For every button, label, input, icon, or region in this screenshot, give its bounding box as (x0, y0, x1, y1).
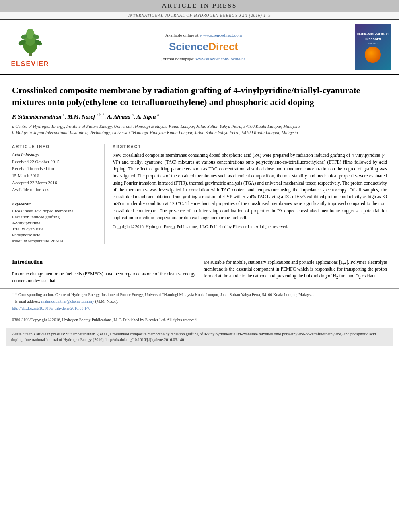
journal-cover-block: International Journal of HYDROGEN ENERGY (353, 24, 393, 70)
author-ripin: A. Ripin (136, 114, 156, 120)
doi-link[interactable]: http://dx.doi.org/10.1016/j.ijhydene.201… (12, 306, 90, 310)
journal-homepage-url[interactable]: www.elsevier.com/locate/he (196, 56, 246, 61)
keyword-4: Triallyl cyanurate (12, 226, 98, 231)
elsevier-brand-name: ELSEVIER (11, 60, 49, 68)
corresponding-author-text: * Corresponding author. Centre of Hydrog… (15, 292, 315, 297)
keyword-5: Phosphoric acid (12, 232, 98, 237)
elsevier-logo-block: ELSEVIER (6, 24, 54, 70)
article-in-press-banner: ARTICLE IN PRESS (0, 0, 399, 12)
available-online: Available online xxx (12, 187, 98, 193)
keyword-1: Crosslinked acid doped membrane (12, 208, 98, 213)
affiliation-a: a Centre of Hydrogen Energy, Institute o… (12, 123, 387, 129)
article-title: Crosslinked composite membrane by radiat… (12, 85, 387, 108)
abstract-paragraph: New crosslinked composite membranes cont… (113, 152, 387, 222)
footnote-section: * * Corresponding author. Centre of Hydr… (0, 288, 399, 316)
divider-1 (12, 140, 387, 140)
abstract-copyright: Copyright © 2016, Hydrogen Energy Public… (113, 224, 387, 230)
authors-line: P. Sithambaranathan a, M.M. Nasef a,b,*,… (12, 113, 387, 120)
sciencedirect-logo: ScienceDirect (169, 41, 238, 53)
divider-keywords (12, 197, 98, 197)
abstract-col: ABSTRACT New crosslinked composite membr… (113, 144, 387, 244)
abstract-text: New crosslinked composite membranes cont… (113, 152, 387, 230)
available-online-text: Available online at www.sciencedirect.co… (165, 33, 242, 37)
doi-line: http://dx.doi.org/10.1016/j.ijhydene.201… (12, 306, 387, 311)
introduction-two-col: Introduction Proton exchange membrane fu… (12, 259, 387, 285)
email-line: E-mail address: mahmoudeithar@cheme.utm.… (12, 299, 387, 304)
cover-subtitle1: HYDROGEN (364, 37, 382, 42)
divider-body (12, 251, 387, 251)
author-nasef: M.M. Nasef (68, 114, 95, 120)
main-content: Crosslinked composite membrane by radiat… (0, 75, 399, 244)
keywords-label: Keywords: (12, 201, 98, 206)
copyright-bar: 0360-3199/Copyright © 2016, Hydrogen Ene… (0, 316, 399, 324)
available-label: Available online at (165, 33, 199, 37)
accepted-date: Accepted 22 March 2016 (12, 180, 98, 186)
author-sithambaranathan: P. Sithambaranathan (12, 114, 62, 120)
elsevier-tree-icon (14, 27, 46, 59)
corresponding-author-note: * * Corresponding author. Centre of Hydr… (12, 292, 387, 298)
body-left-col: Introduction Proton exchange membrane fu… (12, 259, 195, 285)
cover-subtitle2: ENERGY (368, 42, 378, 45)
journal-homepage: journal homepage: www.elsevier.com/locat… (162, 56, 246, 61)
author-ahmad: A. Ahmad (107, 114, 130, 120)
received-revised-label: Received in revised form (12, 166, 98, 172)
affiliations: a Centre of Hydrogen Energy, Institute o… (12, 123, 387, 136)
intro-right-text: are suitable for mobile, stationary appl… (204, 259, 387, 281)
body-section: Introduction Proton exchange membrane fu… (0, 259, 399, 285)
direct-part: Direct (208, 41, 238, 53)
body-right-col: are suitable for mobile, stationary appl… (204, 259, 387, 285)
affiliation-b: b Malaysia-Japan International Institute… (12, 129, 387, 136)
info-abstract-section: ARTICLE INFO Article history: Received 2… (12, 144, 387, 244)
cover-circle-graphic (365, 47, 381, 63)
journal-header-bar: INTERNATIONAL JOURNAL OF HYDROGEN ENERGY… (0, 12, 399, 20)
center-header: Available online at www.sciencedirect.co… (54, 24, 353, 70)
email-link[interactable]: mahmoudeithar@cheme.utm.my (41, 299, 94, 304)
email-suffix: (M.M. Nasef). (95, 299, 118, 304)
keyword-2: Radiation induced grafting (12, 214, 98, 219)
keyword-3: 4-Vinylpyridine (12, 220, 98, 225)
sciencedirect-url[interactable]: www.sciencedirect.com (200, 33, 242, 37)
introduction-heading: Introduction (12, 259, 195, 267)
intro-left-text: Proton exchange membrane fuel cells (PEM… (12, 271, 195, 285)
svg-point-3 (26, 29, 34, 39)
article-info-col: ARTICLE INFO Article history: Received 2… (12, 144, 105, 244)
cover-title: International Journal of (356, 31, 390, 37)
article-history-label: Article history: (12, 152, 98, 157)
journal-cover-image: International Journal of HYDROGEN ENERGY (355, 24, 391, 70)
science-part: Science (169, 41, 208, 53)
article-info-heading: ARTICLE INFO (12, 144, 98, 149)
revised-date: 15 March 2016 (12, 173, 98, 179)
keyword-6: Medium temperature PEMFC (12, 238, 98, 243)
top-section: ELSEVIER Available online at www.science… (0, 20, 399, 75)
homepage-label: journal homepage: (162, 56, 195, 61)
cite-box: Please cite this article in press as: Si… (6, 328, 393, 346)
received-date: Received 22 October 2015 (12, 159, 98, 165)
email-label: E-mail address: (15, 299, 40, 304)
abstract-heading: ABSTRACT (113, 144, 387, 149)
star-icon: * (12, 292, 15, 297)
